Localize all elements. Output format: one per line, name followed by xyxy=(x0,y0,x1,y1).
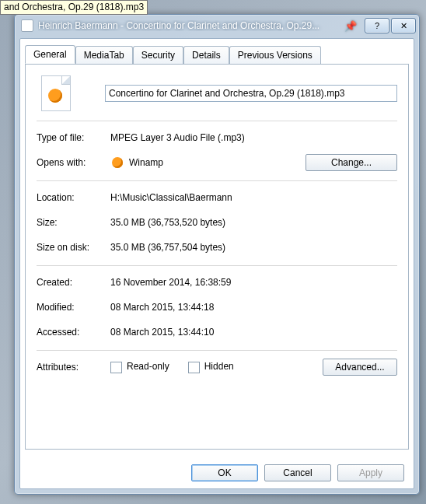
file-type-icon xyxy=(41,75,71,111)
tab-strip: General MediaTab Security Details Previo… xyxy=(20,39,414,64)
filename-tooltip: and Orchestra, Op.29 (1818).mp3 xyxy=(0,0,148,15)
label-location: Location: xyxy=(37,192,110,203)
value-modified: 08 March 2015, 13:44:18 xyxy=(110,302,397,313)
tab-details[interactable]: Details xyxy=(183,46,229,65)
label-created: Created: xyxy=(37,277,110,288)
label-accessed: Accessed: xyxy=(37,327,110,338)
tab-previous-versions[interactable]: Previous Versions xyxy=(229,46,321,65)
pin-icon[interactable]: 📌 xyxy=(341,19,360,33)
readonly-checkbox[interactable]: Read-only xyxy=(110,361,169,373)
close-button[interactable]: ✕ xyxy=(391,18,416,33)
separator xyxy=(37,350,397,351)
window-title: Heinrich Baermann - Concertino for Clari… xyxy=(38,20,337,31)
value-size-on-disk: 35.0 MB (36,757,504 bytes) xyxy=(110,242,397,253)
value-accessed: 08 March 2015, 13:44:10 xyxy=(110,327,397,338)
change-button[interactable]: Change... xyxy=(306,154,397,171)
label-type: Type of file: xyxy=(37,132,110,143)
separator xyxy=(37,180,397,181)
client-area: General MediaTab Security Details Previo… xyxy=(19,38,414,489)
separator xyxy=(37,265,397,266)
general-panel: Type of file: MPEG Layer 3 Audio File (.… xyxy=(25,64,409,450)
tab-mediatab[interactable]: MediaTab xyxy=(75,46,133,65)
cancel-button[interactable]: Cancel xyxy=(264,464,331,481)
label-attributes: Attributes: xyxy=(37,362,110,373)
advanced-button[interactable]: Advanced... xyxy=(323,359,397,376)
label-modified: Modified: xyxy=(37,302,110,313)
value-opens-with: Winamp xyxy=(129,157,306,168)
hidden-label: Hidden xyxy=(204,361,234,372)
label-size-on-disk: Size on disk: xyxy=(37,242,110,253)
help-button[interactable]: ? xyxy=(365,18,389,33)
ok-button[interactable]: OK xyxy=(191,464,258,481)
label-size: Size: xyxy=(37,217,110,228)
titlebar[interactable]: Heinrich Baermann - Concertino for Clari… xyxy=(15,15,419,37)
filename-input[interactable] xyxy=(105,85,397,102)
system-buttons: ? ✕ xyxy=(365,18,416,33)
value-type: MPEG Layer 3 Audio File (.mp3) xyxy=(110,132,397,143)
separator xyxy=(37,121,397,121)
title-file-icon xyxy=(21,19,33,32)
winamp-icon xyxy=(110,156,124,170)
apply-button[interactable]: Apply xyxy=(337,464,404,481)
dialog-buttons: OK Cancel Apply xyxy=(20,457,414,488)
readonly-label: Read-only xyxy=(127,361,169,372)
value-size: 35.0 MB (36,753,520 bytes) xyxy=(110,217,397,228)
hidden-checkbox[interactable]: Hidden xyxy=(188,361,234,373)
tab-general[interactable]: General xyxy=(25,45,75,64)
properties-window: Heinrich Baermann - Concertino for Clari… xyxy=(14,14,420,495)
value-created: 16 November 2014, 16:38:59 xyxy=(110,277,397,288)
label-opens-with: Opens with: xyxy=(37,157,110,168)
tab-security[interactable]: Security xyxy=(133,46,183,65)
value-location: H:\Music\Classical\Baermann xyxy=(110,192,397,203)
